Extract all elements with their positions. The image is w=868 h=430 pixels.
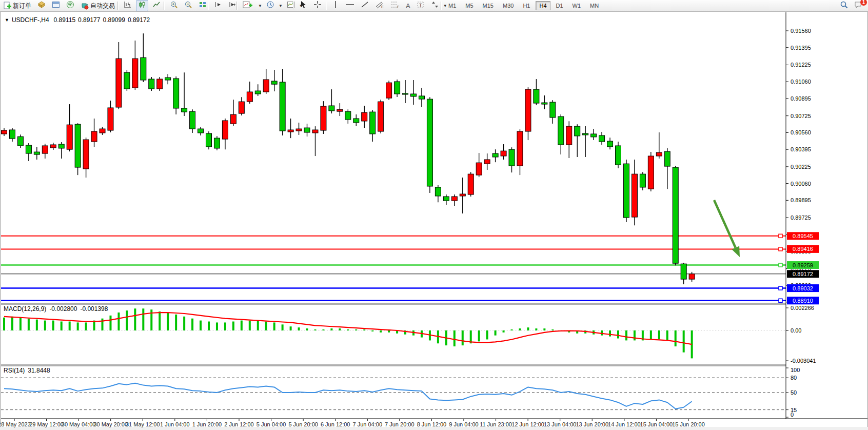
svg-text:2 Jun 12:00: 2 Jun 12:00 [224, 421, 254, 427]
svg-text:30 May 20:00: 30 May 20:00 [93, 421, 128, 427]
svg-text:0.91225: 0.91225 [791, 62, 811, 68]
svg-text:5 Jun 20:00: 5 Jun 20:00 [288, 421, 318, 427]
cursor-icon[interactable] [297, 0, 309, 11]
svg-text:0.90225: 0.90225 [791, 164, 811, 170]
tf-h1[interactable]: H1 [519, 1, 534, 10]
svg-text:0.89416: 0.89416 [793, 246, 813, 252]
tf-m15[interactable]: M15 [479, 1, 497, 10]
svg-text:0.002266: 0.002266 [791, 305, 814, 311]
draw-objects-group: E F A T ▼ [324, 0, 447, 11]
chart-type-group [116, 0, 163, 11]
zoom-in-icon[interactable] [168, 0, 180, 11]
ohlc-high: 0.89177 [78, 16, 100, 24]
svg-text:11 Jun 23:00: 11 Jun 23:00 [480, 421, 512, 427]
one-click-trading-toggle-icon[interactable]: ▼ [5, 17, 9, 23]
signals-icon[interactable] [64, 0, 76, 11]
svg-text:5 Jun 04:00: 5 Jun 04:00 [257, 421, 286, 427]
chevron-down-icon[interactable]: ▼ [279, 4, 283, 8]
svg-text:31 May 12:00: 31 May 12:00 [126, 421, 160, 427]
macd-value-signal: -0.001398 [80, 305, 108, 312]
svg-text:0.89259: 0.89259 [793, 262, 813, 268]
auto-scroll-icon[interactable] [212, 0, 224, 11]
fibonacci-icon[interactable]: F [388, 0, 402, 11]
tf-mn[interactable]: MN [586, 1, 602, 10]
separator [117, 2, 118, 10]
trendline-icon[interactable] [359, 0, 371, 11]
ohlc-close: 0.89172 [128, 16, 150, 24]
trade-group: 新订单 自动交易 [1, 0, 117, 11]
new-order-button[interactable]: 新订单 [1, 0, 33, 11]
new-order-label: 新订单 [13, 2, 31, 10]
svg-text:1 Jun 20:00: 1 Jun 20:00 [192, 421, 222, 427]
indicators-icon[interactable] [241, 0, 256, 11]
tf-d1[interactable]: D1 [553, 1, 567, 10]
tf-h4[interactable]: H4 [536, 1, 550, 10]
svg-text:7 Jun 04:00: 7 Jun 04:00 [353, 421, 383, 427]
line-chart-icon[interactable] [150, 0, 163, 11]
svg-text:0.89895: 0.89895 [791, 197, 811, 203]
separator [208, 2, 208, 10]
svg-text:100: 100 [791, 367, 800, 373]
candlestick-chart[interactable]: 0.915600.913950.912250.910600.908950.907… [1, 12, 867, 427]
crosshair-icon[interactable] [311, 0, 324, 11]
candlestick-chart-icon[interactable] [136, 0, 148, 11]
separator [293, 2, 293, 10]
chart-window[interactable]: ▼ USDCHF-,H4 0.89115 0.89177 0.89099 0.8… [0, 11, 868, 428]
svg-text:0.90895: 0.90895 [791, 95, 811, 102]
svg-text:0.00: 0.00 [791, 327, 801, 334]
search-icon[interactable] [838, 0, 850, 11]
svg-text:6 Jun 12:00: 6 Jun 12:00 [321, 421, 350, 427]
chevron-down-icon[interactable]: ▼ [258, 4, 262, 8]
tf-w1[interactable]: W1 [569, 1, 585, 10]
svg-text:0.91395: 0.91395 [791, 45, 811, 51]
svg-text:0.89545: 0.89545 [793, 233, 813, 239]
separator [236, 2, 237, 10]
market-depth-icon[interactable] [35, 0, 48, 11]
svg-text:1 Jun 04:00: 1 Jun 04:00 [160, 421, 190, 427]
svg-text:0.90560: 0.90560 [791, 129, 811, 135]
zoom-out-icon[interactable] [182, 0, 194, 11]
equidistant-channel-icon[interactable]: E [373, 0, 386, 11]
chart-symbol-period: USDCHF-,H4 [12, 16, 49, 24]
ohlc-open: 0.89115 [54, 16, 76, 24]
svg-text:0.90060: 0.90060 [791, 181, 811, 187]
svg-text:13 Jun 04:00: 13 Jun 04:00 [544, 421, 577, 427]
svg-text:15 Jun 04:00: 15 Jun 04:00 [640, 421, 673, 427]
notifications-icon[interactable]: 1 [852, 0, 865, 11]
notification-badge: 1 [860, 0, 867, 6]
toolbar-right-group: 1 [838, 0, 865, 11]
tf-m5[interactable]: M5 [462, 1, 477, 10]
svg-text:12 Jun 12:00: 12 Jun 12:00 [511, 421, 544, 427]
horizontal-line-icon[interactable] [343, 0, 357, 11]
svg-text:0.89172: 0.89172 [793, 271, 813, 277]
separator [326, 2, 326, 10]
svg-text:8 Jun 12:00: 8 Jun 12:00 [417, 421, 447, 427]
svg-text:0: 0 [791, 412, 794, 418]
rsi-label: RSI(14) 31.8448 [4, 367, 50, 374]
svg-text:E: E [381, 5, 384, 9]
chart-header: ▼ USDCHF-,H4 0.89115 0.89177 0.89099 0.8… [5, 16, 150, 24]
bar-chart-icon[interactable] [122, 0, 134, 11]
svg-text:0.91060: 0.91060 [791, 79, 811, 85]
svg-text:15 Jun 20:00: 15 Jun 20:00 [672, 421, 705, 427]
scroll-group [206, 0, 239, 11]
vertical-line-icon[interactable] [330, 0, 341, 11]
new-order-icon [3, 2, 11, 10]
cursor-group [291, 0, 324, 11]
tf-m1[interactable]: M1 [445, 1, 460, 10]
periods-icon[interactable] [264, 0, 277, 11]
svg-text:28 May 2023: 28 May 2023 [1, 421, 31, 427]
terminal-window-icon[interactable] [50, 0, 62, 11]
tf-m30[interactable]: M30 [499, 1, 517, 10]
svg-text:-0.003041: -0.003041 [791, 358, 816, 364]
svg-text:13 Jun 20:00: 13 Jun 20:00 [576, 421, 608, 427]
auto-trading-button[interactable]: 自动交易 [78, 0, 117, 11]
svg-text:0.89725: 0.89725 [791, 214, 811, 221]
svg-text:80: 80 [791, 375, 797, 381]
rsi-value: 31.8448 [28, 367, 50, 374]
separator [441, 2, 441, 10]
svg-text:0.89032: 0.89032 [793, 285, 813, 291]
svg-text:30 May 04:00: 30 May 04:00 [62, 421, 96, 427]
text-tool-icon[interactable]: A [404, 0, 412, 11]
text-label-icon[interactable]: T [415, 0, 427, 11]
